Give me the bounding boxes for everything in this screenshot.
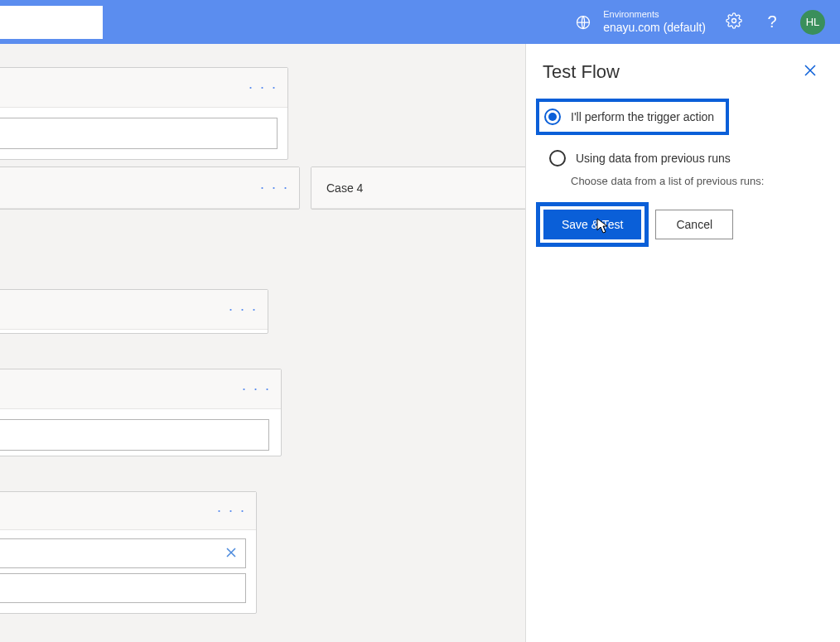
radio-label: I'll perform the trigger action (571, 110, 714, 123)
card-header: · · · (0, 492, 256, 530)
card-input[interactable] (0, 118, 278, 149)
panel-header: Test Flow (543, 60, 820, 84)
radio-icon (544, 109, 561, 125)
close-icon[interactable] (225, 547, 237, 561)
card-row[interactable] (0, 538, 246, 568)
card-header: · · · (0, 369, 281, 409)
environment-selector[interactable]: Environments enayu.com (default) (575, 9, 706, 35)
radio-perform-trigger[interactable]: I'll perform the trigger action (536, 99, 729, 135)
radio-icon (549, 150, 566, 167)
flow-card[interactable]: · · · (0, 289, 268, 334)
save-test-highlight: Save & Test (536, 202, 649, 247)
environment-value: enayu.com (default) (603, 21, 706, 36)
more-icon[interactable]: · · · (229, 301, 258, 318)
card-header: · · · (0, 68, 287, 108)
flow-card[interactable]: · · · (0, 491, 257, 614)
card-input[interactable] (0, 419, 269, 451)
app-header: Environments enayu.com (default) ? HL (0, 0, 840, 44)
globe-icon (575, 14, 591, 31)
settings-button[interactable] (724, 12, 744, 32)
more-icon[interactable]: · · · (249, 79, 278, 96)
svg-point-1 (732, 18, 736, 22)
help-button[interactable]: ? (762, 12, 782, 32)
panel-title: Test Flow (543, 61, 620, 83)
radio-label: Using data from previous runs (576, 152, 731, 165)
brand-placeholder (0, 6, 103, 39)
radio-previous-runs[interactable]: Using data from previous runs (544, 143, 742, 173)
flow-card[interactable]: · · · (0, 67, 288, 160)
card-row[interactable] (0, 573, 246, 603)
more-icon[interactable]: · · · (217, 502, 246, 519)
environment-text: Environments enayu.com (default) (603, 9, 706, 35)
flow-canvas[interactable]: · · · · · · Case 4 · · · · · · · · · (0, 44, 525, 642)
case-label: Case 4 (326, 181, 363, 195)
flow-card[interactable]: · · · (0, 167, 300, 210)
header-left (0, 0, 103, 44)
avatar-initials: HL (806, 16, 820, 28)
close-panel-button[interactable] (800, 60, 820, 84)
card-header: · · · (0, 290, 268, 330)
card-header: · · · (0, 167, 299, 209)
panel-actions: Save & Test Cancel (543, 202, 820, 247)
help-icon: ? (767, 12, 776, 31)
more-icon[interactable]: · · · (242, 380, 271, 398)
test-flow-panel: Test Flow I'll perform the trigger actio… (525, 44, 840, 642)
more-icon[interactable]: · · · (260, 179, 289, 196)
close-icon (804, 65, 817, 80)
radio-subtext: Choose data from a list of previous runs… (571, 175, 820, 187)
environments-label: Environments (603, 9, 706, 21)
user-avatar[interactable]: HL (800, 10, 825, 35)
flow-card[interactable]: · · · (0, 369, 282, 456)
cancel-button[interactable]: Cancel (655, 210, 733, 239)
gear-icon (726, 12, 742, 32)
header-right: Environments enayu.com (default) ? HL (575, 9, 825, 35)
save-test-button[interactable]: Save & Test (543, 210, 641, 239)
